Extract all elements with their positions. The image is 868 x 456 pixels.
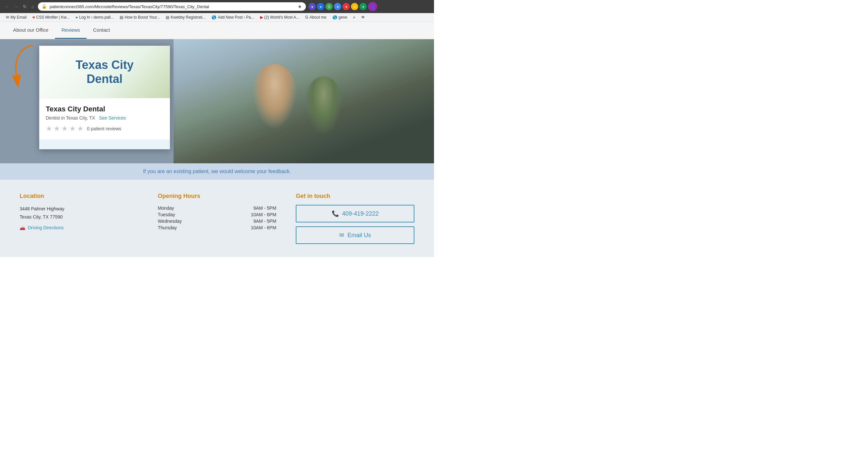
- address-bar[interactable]: 🔓 patientconnect365.com/MicrositeReviews…: [38, 2, 306, 11]
- hours-row-wednesday: Wednesday 9AM - 5PM: [158, 218, 277, 224]
- bookmark-boost-label: How to Boost Your...: [125, 15, 160, 20]
- refresh-button[interactable]: ↻: [22, 3, 28, 10]
- bookmark-css-icon: ■: [32, 15, 35, 20]
- email-button[interactable]: ✉ Email Us: [296, 226, 414, 244]
- bookmark-boost[interactable]: ▤ How to Boost Your...: [117, 14, 162, 20]
- bookmark-youtube-label: (2) World's Most A...: [265, 15, 299, 20]
- hours-row-tuesday: Tuesday 10AM - 6PM: [158, 211, 277, 218]
- star-5: ★: [77, 125, 84, 133]
- bookmarks-more[interactable]: »: [350, 14, 358, 20]
- existing-patient-text: If you are an existing patient, we would…: [143, 168, 291, 174]
- nav-about[interactable]: About our Office: [6, 22, 55, 39]
- hours-row-monday: Monday 9AM - 5PM: [158, 205, 277, 211]
- bookmark-demo[interactable]: ● Log In ‹ demo.pall...: [73, 14, 116, 20]
- popup-logo-text: Texas City Dental: [75, 58, 133, 86]
- ext-7[interactable]: ●: [360, 3, 367, 10]
- stars-row: ★ ★ ★ ★ ★ 0 patient reviews: [46, 125, 163, 133]
- bookmark-gene[interactable]: 🌎 gene: [330, 14, 350, 20]
- star-3: ★: [61, 125, 68, 133]
- popup-card: Texas City Dental Texas City Dental Dent…: [39, 46, 170, 149]
- hours-row-thursday: Thursday 10AM - 6PM: [158, 224, 277, 231]
- reading-list[interactable]: 👁: [359, 14, 368, 20]
- home-button[interactable]: ⌂: [30, 3, 35, 10]
- time-tuesday: 10AM - 6PM: [251, 212, 277, 217]
- star-4: ★: [69, 125, 76, 133]
- ext-6[interactable]: ●: [351, 3, 358, 10]
- bookmark-about-label: About me: [309, 15, 326, 20]
- bookmark-email-icon: ✉: [6, 15, 9, 20]
- bookmark-gene-icon: 🌎: [332, 15, 337, 20]
- bookmark-star-icon[interactable]: ★: [298, 4, 302, 9]
- ext-1[interactable]: ●: [309, 3, 316, 10]
- bookmark-globe[interactable]: 🌎 Add New Post ‹ Pa...: [209, 14, 256, 20]
- bookmark-demo-label: Log In ‹ demo.pall...: [79, 15, 114, 20]
- site-nav: About our Office Reviews Contact: [0, 22, 434, 39]
- bookmark-email-label: My Email: [10, 15, 27, 20]
- phone-button[interactable]: 📞 409-419-2222: [296, 205, 414, 223]
- bookmark-css-label: CSS Minifier | Kw...: [36, 15, 70, 20]
- time-wednesday: 9AM - 5PM: [253, 219, 276, 224]
- day-tuesday: Tuesday: [158, 212, 175, 217]
- phone-number: 409-419-2222: [342, 210, 379, 217]
- time-monday: 9AM - 5PM: [253, 205, 276, 211]
- address-bar-row: ← → ↻ ⌂ 🔓 patientconnect365.com/Microsit…: [0, 0, 434, 13]
- email-label: Email Us: [347, 232, 371, 239]
- forward-button[interactable]: →: [12, 3, 20, 10]
- bookmark-about-icon: G: [305, 15, 308, 20]
- contact-title: Get in touch: [296, 193, 414, 200]
- reviews-count: 0 patient reviews: [87, 126, 121, 131]
- bookmark-about[interactable]: G About me: [303, 14, 329, 20]
- bookmark-email[interactable]: ✉ My Email: [3, 14, 29, 20]
- time-thursday: 10AM - 6PM: [251, 225, 277, 230]
- phone-icon: 📞: [332, 210, 339, 217]
- site-nav-items: About our Office Reviews Contact: [6, 22, 117, 39]
- profile-avatar[interactable]: 👤: [368, 2, 377, 11]
- popup-card-footer: [39, 139, 170, 149]
- ext-2[interactable]: ●: [317, 3, 324, 10]
- bookmark-kwebby-icon: ▤: [166, 15, 169, 20]
- url-display[interactable]: patientconnect365.com/MicrositeReviews/T…: [49, 4, 295, 9]
- star-1: ★: [46, 125, 52, 133]
- email-icon: ✉: [339, 232, 344, 239]
- ext-5[interactable]: ●: [342, 3, 350, 10]
- location-column: Location 3448 Palmer Highway Texas City,…: [20, 193, 138, 244]
- bookmark-kwebby-label: Kwebby Registrati...: [170, 15, 206, 20]
- see-services-link[interactable]: See Services: [99, 115, 126, 121]
- ext-3[interactable]: G: [326, 3, 333, 10]
- bookmark-kwebby[interactable]: ▤ Kwebby Registrati...: [163, 14, 208, 20]
- nav-reviews[interactable]: Reviews: [55, 22, 87, 39]
- hours-table: Monday 9AM - 5PM Tuesday 10AM - 6PM Wedn…: [158, 205, 277, 231]
- car-icon: 🚗: [20, 225, 25, 230]
- address-line2: Texas City, TX 77590: [20, 213, 138, 221]
- bookmark-css[interactable]: ■ CSS Minifier | Kw...: [30, 14, 72, 20]
- day-thursday: Thursday: [158, 225, 177, 230]
- bookmark-globe-label: Add New Post ‹ Pa...: [218, 15, 254, 20]
- driving-directions-link[interactable]: 🚗 Driving Directions: [20, 225, 138, 230]
- browser-extensions: ● ● G ● ● ● ● 👤: [309, 2, 377, 11]
- bookmark-boost-icon: ▤: [120, 15, 123, 20]
- security-icon: 🔓: [42, 4, 47, 9]
- bookmark-globe-icon: 🌎: [212, 15, 216, 20]
- hero-area: Texas City Dental Texas City Dental Dent…: [0, 39, 434, 163]
- day-wednesday: Wednesday: [158, 219, 182, 224]
- contact-column: Get in touch 📞 409-419-2222 ✉ Email Us: [296, 193, 414, 244]
- back-button[interactable]: ←: [3, 3, 10, 10]
- hero-image: [174, 39, 434, 163]
- location-title: Location: [20, 193, 138, 200]
- nav-contact[interactable]: Contact: [87, 22, 117, 39]
- bookmark-youtube[interactable]: ▶ (2) World's Most A...: [257, 14, 302, 20]
- ext-4[interactable]: ●: [334, 3, 341, 10]
- arrow-annotation: [6, 42, 52, 90]
- star-2: ★: [54, 125, 60, 133]
- directions-label: Driving Directions: [28, 225, 64, 230]
- existing-patient-bar: If you are an existing patient, we would…: [0, 163, 434, 180]
- page-content: About our Office Reviews Contact: [0, 22, 434, 257]
- popup-subtitle: Dentist in Texas City, TX See Services: [46, 115, 163, 121]
- popup-info-area: Texas City Dental Dentist in Texas City,…: [39, 98, 170, 139]
- bookmark-youtube-icon: ▶: [260, 15, 263, 20]
- arrow-svg: [6, 42, 52, 88]
- day-monday: Monday: [158, 205, 174, 211]
- bookmark-gene-label: gene: [339, 15, 347, 20]
- popup-business-name: Texas City Dental: [46, 105, 163, 113]
- hours-column: Opening Hours Monday 9AM - 5PM Tuesday 1…: [158, 193, 277, 244]
